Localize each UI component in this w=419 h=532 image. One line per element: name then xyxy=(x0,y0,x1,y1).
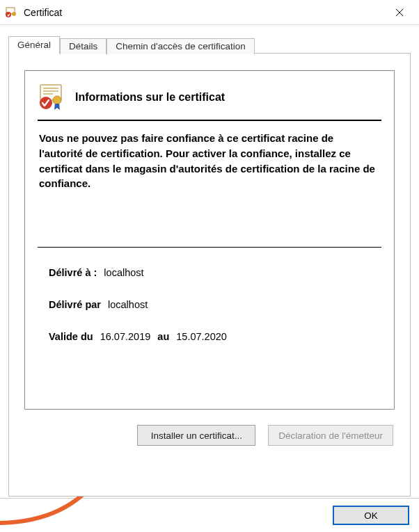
certificate-icon xyxy=(38,83,65,111)
tab-certpath-label: Chemin d'accès de certification xyxy=(116,41,245,51)
client-area: Général Détails Chemin d'accès de certif… xyxy=(0,25,419,503)
dialog-footer: OK xyxy=(0,498,419,525)
certificate-heading: Informations sur le certificat xyxy=(75,91,225,104)
separator-bottom xyxy=(38,247,381,248)
svg-point-10 xyxy=(53,96,61,104)
svg-rect-8 xyxy=(43,93,53,95)
ok-button[interactable]: OK xyxy=(333,506,409,525)
issued-to-label: Délivré à : xyxy=(49,267,97,278)
titlebar: Certificat xyxy=(0,0,419,25)
tab-general-label: Général xyxy=(17,40,51,50)
svg-point-2 xyxy=(12,12,16,16)
valid-to-label: au xyxy=(157,331,169,342)
window-title: Certificat xyxy=(24,7,384,18)
button-row: Installer un certificat... Déclaration d… xyxy=(24,425,395,446)
tabpanel-general: Informations sur le certificat Vous ne p… xyxy=(8,53,411,497)
certificate-app-icon xyxy=(6,6,18,19)
issued-by-value: localhost xyxy=(108,299,148,310)
valid-to-value: 15.07.2020 xyxy=(176,331,227,342)
tab-details[interactable]: Détails xyxy=(60,38,106,54)
certificate-info-box: Informations sur le certificat Vous ne p… xyxy=(24,70,395,410)
svg-rect-6 xyxy=(43,88,58,89)
install-certificate-label: Installer un certificat... xyxy=(151,430,242,441)
close-icon xyxy=(395,8,404,17)
certificate-warning-text: Vous ne pouvez pas faire confiance à ce … xyxy=(38,131,381,191)
issued-to-value: localhost xyxy=(104,267,143,278)
separator-top xyxy=(38,120,381,121)
issuer-statement-button: Déclaration de l'émetteur xyxy=(268,425,393,446)
close-button[interactable] xyxy=(384,2,415,23)
tab-certpath[interactable]: Chemin d'accès de certification xyxy=(106,38,254,54)
valid-from-label: Valide du xyxy=(49,331,93,342)
issued-by-label: Délivré par xyxy=(49,299,101,310)
tab-general[interactable]: Général xyxy=(8,36,60,54)
issued-to-row: Délivré à : localhost xyxy=(49,267,376,278)
ok-button-label: OK xyxy=(364,510,378,521)
validity-row: Valide du 16.07.2019 au 15.07.2020 xyxy=(49,331,376,342)
issued-by-row: Délivré par localhost xyxy=(49,299,376,310)
certificate-header: Informations sur le certificat xyxy=(38,83,381,111)
issuer-statement-label: Déclaration de l'émetteur xyxy=(278,430,383,441)
svg-rect-7 xyxy=(43,90,58,92)
tabstrip: Général Détails Chemin d'accès de certif… xyxy=(8,33,411,53)
certificate-fields: Délivré à : localhost Délivré par localh… xyxy=(38,261,381,342)
certificate-dialog: Certificat Général Détails Chemin d'accè… xyxy=(0,0,419,532)
valid-from-value: 16.07.2019 xyxy=(100,331,151,342)
install-certificate-button[interactable]: Installer un certificat... xyxy=(137,425,255,446)
tab-details-label: Détails xyxy=(69,41,97,51)
